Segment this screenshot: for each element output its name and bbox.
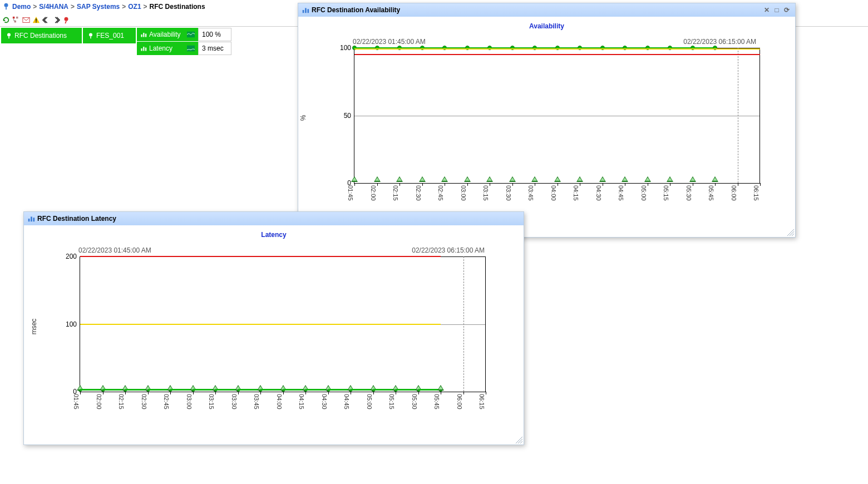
node-label: RFC Destinations [14,32,67,39]
y-axis-label: msec [30,319,38,335]
chart-title: Availability [298,22,795,30]
close-icon[interactable]: ✕ [762,5,772,15]
svg-rect-17 [187,46,195,52]
svg-rect-23 [33,218,35,221]
range-end: 02/22/2023 06:15:00 AM [683,38,756,46]
unpin-icon[interactable] [62,16,70,24]
panel-header[interactable]: RFC Destination Latency [24,212,524,225]
mail-icon[interactable] [22,16,30,24]
svg-rect-1 [13,16,15,18]
svg-rect-13 [187,32,195,38]
chart-icon [302,6,309,14]
metric-value: 3 msec [198,42,231,55]
svg-point-8 [7,33,11,37]
breadcrumb-link[interactable]: OZ1 [128,3,141,11]
range-start: 02/22/2023 01:45:00 AM [353,38,426,46]
metric-label: Latency [149,45,184,52]
svg-rect-12 [145,34,146,37]
svg-rect-3 [14,20,17,22]
breadcrumb-link[interactable]: SAP Systems [77,3,120,11]
panel-title: RFC Destination Latency [37,215,116,223]
node-rfc-destinations[interactable]: RFC Destinations [1,28,82,43]
svg-point-9 [89,33,92,37]
chart-latency: Latency 02/22/2023 01:45:00 AM 02/22/202… [24,225,524,445]
svg-rect-22 [31,217,32,222]
panel-title: RFC Destination Availability [312,6,400,14]
svg-rect-5 [36,18,37,21]
refresh-icon[interactable] [2,16,10,24]
svg-rect-11 [143,33,144,37]
node-label: FES_001 [96,32,124,39]
maximize-icon[interactable]: □ [772,5,782,15]
resize-handle-icon[interactable] [787,229,794,236]
panel-availability: RFC Destination Availability ✕ □ ⟳ Avail… [298,3,796,238]
metric-availability[interactable]: Availability [137,28,198,41]
next-icon[interactable] [52,16,60,24]
svg-rect-15 [143,47,144,51]
svg-rect-20 [308,9,309,13]
svg-rect-18 [303,10,304,13]
range-end: 02/22/2023 06:15:00 AM [412,246,485,254]
svg-rect-19 [305,8,307,13]
svg-rect-14 [141,48,142,51]
svg-rect-6 [36,21,37,22]
svg-rect-10 [141,34,142,37]
svg-point-7 [65,17,68,21]
prev-icon[interactable] [42,16,50,24]
metric-value: 100 % [198,28,231,41]
metric-label: Availability [149,31,184,38]
svg-rect-2 [16,16,18,18]
restore-icon[interactable]: ⟳ [782,5,792,15]
tree-icon[interactable] [12,16,20,24]
chart-title: Latency [24,231,524,239]
panel-latency: RFC Destination Latency Latency 02/22/20… [23,211,524,445]
warning-icon[interactable] [32,16,40,24]
panel-header[interactable]: RFC Destination Availability ✕ □ ⟳ [298,3,795,17]
breadcrumb-link[interactable]: Demo [12,3,31,11]
chart-icon [27,215,35,223]
resize-handle-icon[interactable] [516,437,522,443]
node-fes001[interactable]: FES_001 [83,28,136,43]
chart-availability: Availability 02/22/2023 01:45:00 AM 02/2… [298,17,795,237]
svg-point-0 [4,3,8,7]
breadcrumb-current: RFC Destinations [150,3,205,11]
y-axis-label: % [299,115,307,121]
breadcrumb-link[interactable]: S/4HANA [39,3,68,11]
svg-rect-21 [28,219,30,221]
metric-latency[interactable]: Latency [137,42,198,55]
pin-icon [2,2,10,12]
svg-rect-16 [145,48,146,51]
range-start: 02/22/2023 01:45:00 AM [78,246,151,254]
